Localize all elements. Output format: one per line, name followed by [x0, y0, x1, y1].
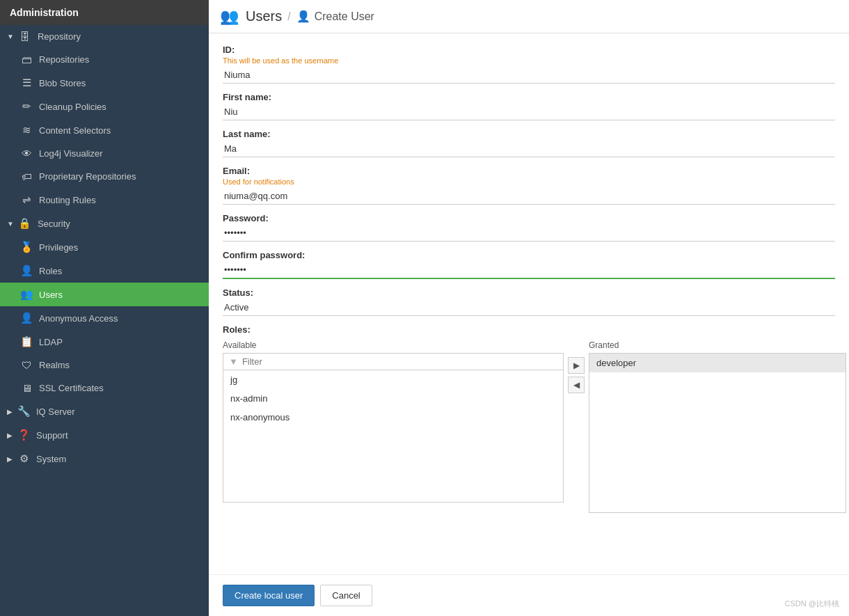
sidebar-item-blob-stores-label: Blob Stores [39, 78, 86, 88]
sidebar-item-realms[interactable]: 🛡 Realms [0, 354, 209, 377]
breadcrumb-users-icon: 👥 [220, 8, 239, 26]
remove-role-button[interactable]: ◀ [568, 377, 585, 393]
firstname-input[interactable] [223, 104, 835, 120]
main-content: 👥 Users / 👤 Create User ID: This will be… [209, 0, 849, 616]
sidebar-item-roles-label: Roles [39, 266, 62, 276]
available-panel: Available ▼ jg nx-admin nx-anonymous [223, 340, 564, 503]
cancel-button[interactable]: Cancel [320, 585, 372, 606]
form-group-firstname: First name: [223, 92, 835, 120]
password-input[interactable] [223, 225, 835, 242]
sidebar-item-cleanup-policies[interactable]: ✏ Cleanup Policies [0, 95, 209, 118]
sidebar-item-content-selectors[interactable]: ≋ Content Selectors [0, 118, 209, 142]
footer-buttons: Create local user Cancel [209, 574, 849, 616]
cleanup-icon: ✏ [19, 100, 33, 113]
roles-filter-input[interactable] [242, 356, 557, 367]
proprietary-icon: 🏷 [19, 171, 33, 182]
sidebar-section-iq[interactable]: ▶ 🔧 IQ Server [0, 400, 209, 423]
chevron-down-icon: ▼ [7, 33, 14, 40]
create-user-button[interactable]: Create local user [223, 585, 315, 606]
sidebar-item-routing-label: Routing Rules [39, 195, 96, 205]
blob-stores-icon: ☰ [19, 77, 33, 89]
sidebar-item-ssl-label: SSL Certificates [39, 383, 104, 393]
firstname-label: First name: [223, 92, 835, 102]
sidebar-section-iq-label: IQ Server [36, 406, 75, 417]
list-item[interactable]: nx-anonymous [223, 408, 563, 427]
sidebar-item-ssl[interactable]: 🖥 SSL Certificates [0, 377, 209, 400]
sidebar: Administration ▼ 🗄 Repository 🗃 Reposito… [0, 0, 209, 616]
confirm-input[interactable] [223, 262, 835, 279]
sidebar-section-security-label: Security [38, 219, 70, 229]
email-label: Email: [223, 166, 835, 176]
anonymous-icon: 👤 [19, 312, 33, 324]
sidebar-item-repositories[interactable]: 🗃 Repositories [0, 48, 209, 71]
form-group-status: Status: [223, 287, 835, 316]
id-input[interactable] [223, 67, 835, 84]
sidebar-item-users[interactable]: 👥 Users [0, 283, 209, 306]
content-selectors-icon: ≋ [19, 124, 33, 136]
breadcrumb-sub-title: Create User [315, 10, 374, 23]
roles-label: Roles: [223, 324, 835, 335]
password-label: Password: [223, 213, 835, 223]
id-hint: This will be used as the username [223, 56, 835, 65]
form-group-lastname: Last name: [223, 129, 835, 157]
chevron-right-icon-system: ▶ [7, 455, 13, 463]
sidebar-item-blob-stores[interactable]: ☰ Blob Stores [0, 71, 209, 95]
form-group-password: Password: [223, 213, 835, 242]
sidebar-item-proprietary[interactable]: 🏷 Proprietary Repositories [0, 165, 209, 188]
granted-roles-list: developer [589, 353, 846, 513]
repository-icon: 🗄 [18, 31, 32, 42]
sidebar-item-privileges[interactable]: 🏅 Privileges [0, 235, 209, 259]
id-label: ID: [223, 45, 835, 55]
support-icon: ❓ [17, 429, 31, 441]
ssl-icon: 🖥 [19, 382, 33, 394]
sidebar-item-repositories-label: Repositories [39, 54, 89, 65]
roles-icon: 👤 [19, 264, 33, 277]
list-item[interactable]: nx-admin [223, 389, 563, 408]
add-role-button[interactable]: ▶ [568, 357, 585, 374]
sidebar-item-roles[interactable]: 👤 Roles [0, 259, 209, 283]
chevron-right-icon-support: ▶ [7, 432, 13, 439]
email-input[interactable] [223, 188, 835, 205]
chevron-down-icon-security: ▼ [7, 220, 14, 228]
sidebar-item-ldap-label: LDAP [39, 337, 63, 347]
sidebar-section-repository[interactable]: ▼ 🗄 Repository [0, 25, 209, 48]
sidebar-item-privileges-label: Privileges [39, 242, 78, 253]
log4j-icon: 👁 [19, 148, 33, 159]
form-area: ID: This will be used as the username Fi… [209, 33, 849, 574]
breadcrumb-separator: / [287, 10, 290, 23]
form-group-confirm: Confirm password: [223, 250, 835, 279]
sidebar-item-ldap[interactable]: 📋 LDAP [0, 330, 209, 354]
sidebar-item-content-selectors-label: Content Selectors [39, 125, 111, 136]
breadcrumb-sub-icon: 👤 [296, 10, 310, 23]
sidebar-item-anonymous-access[interactable]: 👤 Anonymous Access [0, 306, 209, 330]
page-header: 👥 Users / 👤 Create User [209, 0, 849, 33]
sidebar-item-log4j[interactable]: 👁 Log4j Visualizer [0, 142, 209, 165]
security-icon: 🔒 [18, 217, 32, 230]
granted-label: Granted [589, 340, 846, 350]
sidebar-header: Administration [0, 0, 209, 25]
ldap-icon: 📋 [19, 335, 33, 348]
email-hint: Used for notifications [223, 177, 835, 186]
available-roles-list: jg nx-admin nx-anonymous [223, 370, 564, 503]
roles-container: Available ▼ jg nx-admin nx-anonymous ▶ ◀ [223, 340, 835, 513]
routing-icon: ⇌ [19, 194, 33, 206]
sidebar-item-log4j-label: Log4j Visualizer [39, 148, 103, 159]
roles-arrows: ▶ ◀ [564, 357, 589, 393]
chevron-right-icon-iq: ▶ [7, 408, 13, 416]
sidebar-section-system[interactable]: ▶ ⚙ System [0, 447, 209, 471]
lastname-input[interactable] [223, 141, 835, 157]
sidebar-item-routing-rules[interactable]: ⇌ Routing Rules [0, 188, 209, 212]
sidebar-section-system-label: System [36, 454, 66, 464]
list-item[interactable]: developer [589, 354, 846, 372]
roles-section: Roles: Available ▼ jg nx-admin nx-anonym… [223, 324, 835, 513]
status-input[interactable] [223, 299, 835, 316]
breadcrumb-title: Users [246, 8, 282, 24]
list-item[interactable]: jg [223, 370, 563, 389]
sidebar-section-support[interactable]: ▶ ❓ Support [0, 423, 209, 447]
filter-icon: ▼ [229, 356, 238, 367]
watermark: CSDN @比特桃 [785, 599, 839, 609]
sidebar-title: Administration [10, 7, 79, 18]
sidebar-section-security[interactable]: ▼ 🔒 Security [0, 212, 209, 235]
available-label: Available [223, 340, 564, 350]
system-icon: ⚙ [17, 452, 31, 465]
